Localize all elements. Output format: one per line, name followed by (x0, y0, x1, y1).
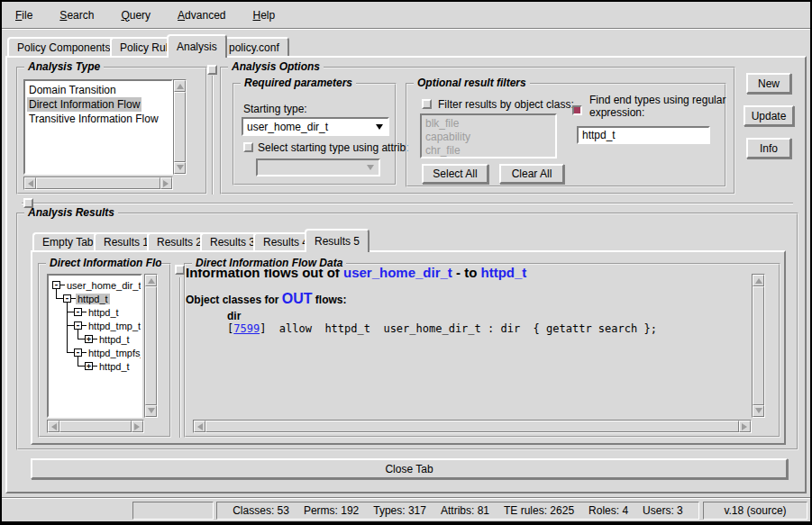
stat-classes: Classes: 53 (233, 504, 289, 517)
menu-file[interactable]: File (7, 6, 41, 24)
tree-connector (67, 325, 74, 326)
tree-node[interactable]: -httpd_t (74, 306, 121, 318)
scroll-thumb[interactable] (753, 286, 764, 405)
results-sash[interactable] (22, 203, 793, 204)
tab-analysis[interactable]: Analysis (167, 34, 227, 58)
results-sash-handle[interactable] (23, 198, 33, 208)
tree-data-sash-handle[interactable] (175, 265, 185, 275)
tree-node[interactable]: -user_home_dir_t (52, 279, 142, 291)
scroll-down-arrow[interactable] (145, 405, 157, 417)
close-tab-button[interactable]: Close Tab (31, 458, 788, 479)
rule-id-link[interactable]: 7599 (233, 322, 260, 335)
scroll-thumb[interactable] (59, 421, 132, 432)
flow-tree-vscrollbar[interactable] (144, 274, 158, 418)
scroll-right-arrow[interactable] (132, 421, 143, 432)
tree-connector (67, 352, 74, 353)
tree-collapse-icon[interactable]: - (74, 348, 82, 357)
flow-data-title: Direct Information Flow Data (192, 257, 346, 269)
flow-data-vscrollbar[interactable] (752, 274, 765, 418)
menu-help[interactable]: Help (244, 6, 283, 24)
pane-sash-handle[interactable] (207, 65, 217, 75)
scroll-right-arrow[interactable] (160, 177, 172, 189)
menu-query[interactable]: Query (113, 6, 159, 24)
update-button[interactable]: Update (744, 105, 794, 126)
clear-all-button[interactable]: Clear All (499, 164, 564, 184)
scroll-down-arrow[interactable] (174, 162, 186, 174)
tab-policy-components[interactable]: Policy Components (7, 37, 120, 56)
analysis-type-vscrollbar[interactable] (173, 79, 187, 175)
scroll-down-arrow[interactable] (753, 405, 764, 417)
tree-node[interactable]: +httpd_t (85, 333, 132, 345)
apol-window: File Search Query Advanced Help Policy C… (0, 0, 812, 525)
analysis-options-group: Analysis Options Required parameters Sta… (220, 67, 735, 195)
analysis-results-group: Analysis Results Empty Tab Results 1 Res… (16, 213, 798, 450)
scroll-left-arrow[interactable] (194, 421, 205, 432)
menu-search[interactable]: Search (51, 6, 102, 24)
regex-input[interactable]: httpd_t (577, 126, 710, 144)
scroll-right-arrow[interactable] (739, 421, 751, 432)
combobox-arrow-icon[interactable] (372, 120, 387, 133)
scroll-up-arrow[interactable] (174, 80, 186, 92)
pane-sash[interactable] (212, 76, 213, 195)
stat-roles: Roles: 4 (588, 504, 628, 517)
stat-te-rules: TE rules: 2625 (504, 504, 574, 517)
new-button[interactable]: New (746, 73, 791, 94)
tab-policy-conf[interactable]: policy.conf (219, 37, 289, 56)
tree-collapse-icon[interactable]: - (74, 321, 82, 330)
tree-connector (67, 312, 74, 312)
tree-connector (56, 298, 63, 299)
filter-by-class-label: Filter results by object class: (438, 98, 574, 111)
flow-tree-hscrollbar[interactable] (47, 420, 144, 433)
regex-label-line2: expression: (589, 106, 644, 119)
analysis-type-listbox[interactable]: Domain Transition Direct Information Flo… (23, 79, 173, 175)
flow-tree-title: Direct Information Flow T (46, 257, 161, 269)
scroll-up-arrow[interactable] (753, 275, 764, 286)
tree-connector (67, 303, 68, 353)
scroll-thumb[interactable] (174, 92, 186, 162)
scroll-left-arrow[interactable] (24, 177, 36, 189)
info-button[interactable]: Info (746, 138, 791, 158)
stat-users: Users: 3 (643, 504, 683, 517)
tree-node[interactable]: -httpd_tmpfs_t (74, 347, 142, 358)
status-empty-box (132, 502, 214, 520)
analysis-type-hscrollbar[interactable] (23, 177, 173, 190)
filter-by-class-checkbox[interactable] (422, 99, 432, 109)
results-tab-5-active[interactable]: Results 5 (305, 229, 370, 252)
menu-advanced[interactable]: Advanced (169, 6, 233, 24)
tree-collapse-icon[interactable]: - (74, 308, 82, 316)
scroll-left-arrow[interactable] (48, 421, 59, 432)
scroll-thumb[interactable] (145, 286, 157, 405)
select-all-button[interactable]: Select All (422, 164, 488, 184)
starting-type-label: Starting type: (243, 103, 307, 115)
tree-node[interactable]: -httpd_tmp_t (74, 320, 142, 331)
tree-connector (78, 366, 85, 367)
tree-expand-icon[interactable]: + (85, 362, 93, 370)
results-tab-content: Direct Information Flow T (31, 250, 786, 445)
flow-data-text[interactable]: Information flows out of user_home_dir_t… (186, 265, 743, 409)
scroll-thumb[interactable] (205, 421, 739, 432)
stat-perms: Perms: 192 (304, 504, 359, 517)
analysis-type-item-selected[interactable]: Direct Information Flow (27, 97, 141, 112)
tree-node[interactable]: +httpd_t (85, 360, 132, 372)
results-tab-empty[interactable]: Empty Tab (32, 232, 103, 250)
starting-type-combobox[interactable]: user_home_dir_t (242, 117, 389, 136)
tree-connector (78, 339, 85, 339)
optional-filters-group: Optional result filters Filter results b… (406, 83, 726, 187)
status-version: v.18 (source) (703, 502, 807, 520)
tree-data-sash[interactable] (179, 277, 180, 438)
stat-attribs: Attribs: 81 (441, 504, 489, 517)
flow-data-hscrollbar[interactable] (193, 420, 752, 433)
regex-checkbox[interactable] (572, 105, 582, 115)
analysis-type-item[interactable]: Domain Transition (27, 83, 169, 97)
tree-collapse-icon[interactable]: - (52, 281, 60, 289)
tree-collapse-icon[interactable]: - (63, 294, 71, 303)
attrib-checkbox[interactable] (243, 142, 253, 152)
analysis-options-title: Analysis Options (228, 60, 324, 73)
tree-node-selected[interactable]: -httpd_t (63, 293, 110, 304)
analysis-type-item[interactable]: Transitive Information Flow (27, 112, 169, 126)
tree-expand-icon[interactable]: + (85, 335, 93, 343)
scroll-up-arrow[interactable] (145, 275, 157, 286)
attrib-checkbox-label: Select starting type using attrib: (258, 141, 408, 154)
scroll-thumb[interactable] (36, 177, 160, 189)
flow-tree[interactable]: -user_home_dir_t -httpd_t -httpd_t -http… (47, 274, 142, 418)
